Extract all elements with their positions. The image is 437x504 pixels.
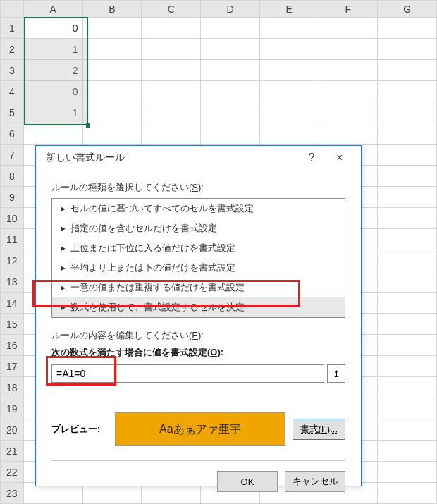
row-header[interactable]: 21 xyxy=(1,441,24,462)
cell[interactable]: 1 xyxy=(23,39,82,60)
col-header-B[interactable]: B xyxy=(82,1,142,18)
row-header[interactable]: 18 xyxy=(1,377,24,398)
rule-type-item[interactable]: ►指定の値を含むセルだけを書式設定 xyxy=(52,219,345,238)
rule-type-list[interactable]: ►セルの値に基づいてすべてのセルを書式設定 ►指定の値を含むセルだけを書式設定 … xyxy=(51,198,345,318)
row-header[interactable]: 5 xyxy=(1,102,24,123)
select-all-corner[interactable] xyxy=(1,1,24,18)
formula-condition-label: 次の数式を満たす場合に値を書式設定(O): xyxy=(51,346,345,359)
row-header[interactable]: 4 xyxy=(1,81,24,102)
row-header[interactable]: 17 xyxy=(1,356,24,377)
dialog-titlebar[interactable]: 新しい書式ルール ? × xyxy=(36,146,361,170)
arrow-icon: ► xyxy=(59,204,66,213)
col-header-F[interactable]: F xyxy=(319,1,378,18)
rule-type-item[interactable]: ►上位または下位に入る値だけを書式設定 xyxy=(52,238,345,258)
help-button[interactable]: ? xyxy=(297,147,326,168)
row-header[interactable]: 20 xyxy=(1,419,24,441)
rule-type-item[interactable]: ►一意の値または重複する値だけを書式設定 xyxy=(52,278,345,297)
row-header[interactable]: 19 xyxy=(1,398,24,419)
cell[interactable]: 2 xyxy=(23,60,82,81)
arrow-icon: ► xyxy=(59,244,66,252)
collapse-dialog-button[interactable]: ↥ xyxy=(327,364,345,383)
col-header-A[interactable]: A xyxy=(23,1,82,18)
formula-input[interactable] xyxy=(51,364,324,383)
arrow-icon: ► xyxy=(59,264,66,272)
row-header[interactable]: 16 xyxy=(1,335,24,356)
preview-label: プレビュー: xyxy=(51,423,108,436)
row-header[interactable]: 23 xyxy=(1,483,24,504)
rule-type-item-selected[interactable]: ►数式を使用して、書式設定するセルを決定 xyxy=(52,297,345,317)
row-header[interactable]: 9 xyxy=(1,187,24,208)
row-header[interactable]: 8 xyxy=(1,166,24,187)
row-header[interactable]: 10 xyxy=(1,208,24,229)
col-header-D[interactable]: D xyxy=(201,1,260,18)
rule-type-item[interactable]: ►平均より上または下の値だけを書式設定 xyxy=(52,258,345,278)
col-header-E[interactable]: E xyxy=(259,1,319,18)
rule-type-item[interactable]: ►セルの値に基づいてすべてのセルを書式設定 xyxy=(52,199,345,219)
cell[interactable]: 0 xyxy=(23,18,82,39)
row-header[interactable]: 7 xyxy=(1,145,24,166)
select-rule-type-label: ルールの種類を選択してください(S): xyxy=(51,181,345,194)
ok-button[interactable]: OK xyxy=(217,471,278,492)
col-header-G[interactable]: G xyxy=(378,1,437,18)
col-header-C[interactable]: C xyxy=(142,1,201,18)
preview-sample: Aaあぁアァ亜宇 xyxy=(115,412,285,446)
row-header[interactable]: 3 xyxy=(1,60,24,81)
help-icon: ? xyxy=(309,152,315,164)
arrow-icon: ► xyxy=(59,283,66,292)
row-header[interactable]: 1 xyxy=(1,18,24,39)
row-header[interactable]: 2 xyxy=(1,39,24,60)
row-header[interactable]: 15 xyxy=(1,314,24,335)
arrow-icon: ► xyxy=(59,303,66,312)
edit-rule-label: ルールの内容を編集してください(E): xyxy=(51,329,345,342)
cell[interactable]: 1 xyxy=(23,102,82,123)
cell[interactable]: 0 xyxy=(23,81,82,102)
row-header[interactable]: 11 xyxy=(1,229,24,250)
row-header[interactable]: 14 xyxy=(1,293,24,314)
arrow-icon: ► xyxy=(59,224,66,233)
row-header[interactable]: 13 xyxy=(1,271,24,293)
row-header[interactable]: 22 xyxy=(1,462,24,483)
collapse-icon: ↥ xyxy=(333,369,340,379)
new-format-rule-dialog: 新しい書式ルール ? × ルールの種類を選択してください(S): ►セルの値に基… xyxy=(35,145,362,486)
row-header[interactable]: 6 xyxy=(1,123,24,145)
row-header[interactable]: 12 xyxy=(1,250,24,271)
close-icon: × xyxy=(336,152,343,164)
cancel-button[interactable]: キャンセル xyxy=(285,471,345,492)
format-button[interactable]: 書式(F)... xyxy=(293,419,345,440)
dialog-title: 新しい書式ルール xyxy=(46,152,297,164)
close-button[interactable]: × xyxy=(326,147,354,168)
